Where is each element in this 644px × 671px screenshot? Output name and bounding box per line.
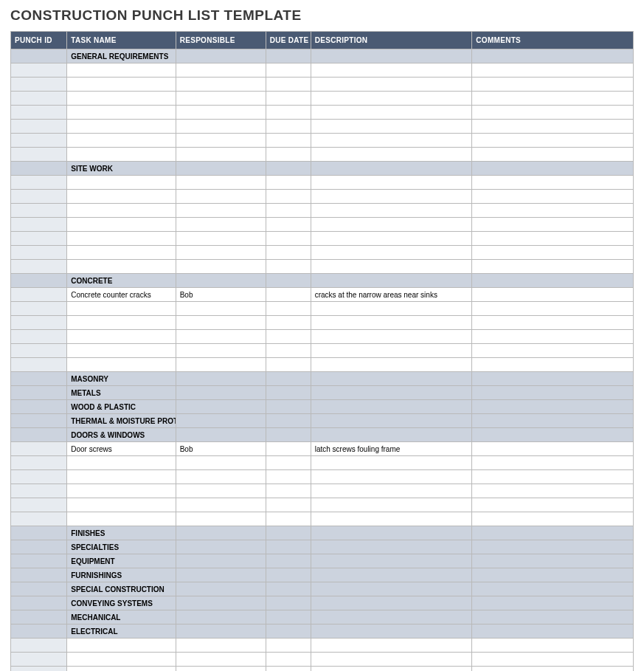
cell-responsible[interactable] [176,653,266,667]
cell-due-date[interactable] [266,316,311,330]
cell-comments[interactable] [472,330,634,344]
cell-description[interactable] [311,653,472,667]
cell-task-name[interactable] [67,302,176,316]
cell-comments[interactable] [472,246,634,260]
cell-description[interactable] [311,63,472,78]
cell-due-date[interactable] [266,134,311,148]
cell-comments[interactable] [472,526,634,540]
cell-task-name[interactable]: METALS [67,386,176,400]
cell-comments[interactable] [472,92,634,106]
cell-comments[interactable] [472,386,634,400]
cell-task-name[interactable] [67,330,176,344]
cell-punch-id[interactable] [11,442,67,456]
cell-description[interactable] [311,456,472,470]
cell-description[interactable] [311,260,472,274]
cell-comments[interactable] [472,568,634,582]
cell-due-date[interactable] [266,162,311,176]
cell-task-name[interactable] [67,232,176,246]
cell-due-date[interactable] [266,667,311,672]
cell-comments[interactable] [472,162,634,176]
cell-description[interactable] [311,120,472,134]
cell-due-date[interactable] [266,330,311,344]
cell-comments[interactable] [472,540,634,554]
cell-task-name[interactable] [67,148,176,162]
cell-description[interactable] [311,428,472,442]
cell-punch-id[interactable] [11,218,67,232]
cell-task-name[interactable] [67,470,176,484]
cell-description[interactable] [311,176,472,190]
cell-punch-id[interactable] [11,78,67,92]
cell-due-date[interactable] [266,344,311,358]
cell-due-date[interactable] [266,288,311,302]
cell-task-name[interactable]: EQUIPMENT [67,554,176,568]
cell-due-date[interactable] [266,218,311,232]
cell-punch-id[interactable] [11,134,67,148]
cell-task-name[interactable] [67,176,176,190]
cell-task-name[interactable] [67,316,176,330]
cell-responsible[interactable] [176,372,266,386]
cell-comments[interactable] [472,428,634,442]
cell-responsible[interactable] [176,176,266,190]
cell-description[interactable]: latch screws fouling frame [311,442,472,456]
cell-punch-id[interactable] [11,596,67,610]
cell-description[interactable] [311,414,472,428]
cell-task-name[interactable]: Door screws [67,442,176,456]
cell-task-name[interactable] [67,639,176,653]
cell-due-date[interactable] [266,176,311,190]
cell-comments[interactable] [472,667,634,672]
cell-comments[interactable] [472,106,634,120]
cell-task-name[interactable]: FURNISHINGS [67,568,176,582]
cell-description[interactable] [311,106,472,120]
cell-description[interactable]: cracks at the narrow areas near sinks [311,288,472,302]
cell-description[interactable] [311,49,472,63]
cell-due-date[interactable] [266,610,311,624]
cell-description[interactable] [311,302,472,316]
cell-responsible[interactable] [176,344,266,358]
cell-task-name[interactable] [67,120,176,134]
cell-punch-id[interactable] [11,204,67,218]
cell-punch-id[interactable] [11,288,67,302]
cell-responsible[interactable] [176,498,266,512]
cell-due-date[interactable] [266,540,311,554]
cell-due-date[interactable] [266,653,311,667]
cell-punch-id[interactable] [11,344,67,358]
cell-description[interactable] [311,498,472,512]
cell-responsible[interactable] [176,568,266,582]
cell-task-name[interactable]: CONVEYING SYSTEMS [67,596,176,610]
cell-comments[interactable] [472,624,634,639]
cell-responsible[interactable] [176,92,266,106]
cell-responsible[interactable]: Bob [176,288,266,302]
cell-due-date[interactable] [266,442,311,456]
cell-comments[interactable] [472,232,634,246]
cell-due-date[interactable] [266,358,311,372]
cell-description[interactable] [311,372,472,386]
cell-comments[interactable] [472,512,634,526]
cell-responsible[interactable] [176,274,266,288]
cell-task-name[interactable]: DOORS & WINDOWS [67,428,176,442]
cell-description[interactable] [311,246,472,260]
cell-comments[interactable] [472,414,634,428]
cell-comments[interactable] [472,653,634,667]
cell-description[interactable] [311,610,472,624]
cell-description[interactable] [311,568,472,582]
cell-punch-id[interactable] [11,190,67,204]
cell-due-date[interactable] [266,190,311,204]
cell-description[interactable] [311,400,472,414]
cell-responsible[interactable] [176,302,266,316]
cell-punch-id[interactable] [11,414,67,428]
cell-responsible[interactable] [176,470,266,484]
cell-responsible[interactable] [176,596,266,610]
cell-comments[interactable] [472,260,634,274]
cell-task-name[interactable] [67,358,176,372]
cell-punch-id[interactable] [11,302,67,316]
cell-responsible[interactable] [176,540,266,554]
cell-comments[interactable] [472,358,634,372]
cell-comments[interactable] [472,176,634,190]
cell-due-date[interactable] [266,232,311,246]
cell-punch-id[interactable] [11,106,67,120]
cell-task-name[interactable]: THERMAL & MOISTURE PROTECTION [67,414,176,428]
cell-responsible[interactable] [176,610,266,624]
cell-responsible[interactable] [176,218,266,232]
cell-description[interactable] [311,512,472,526]
cell-comments[interactable] [472,316,634,330]
